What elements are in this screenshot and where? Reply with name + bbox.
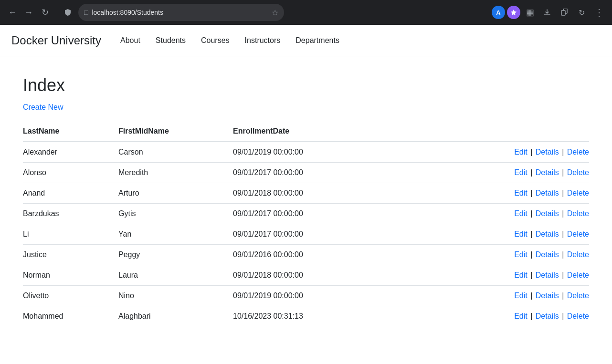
- col-header-firstname: FirstMidName: [118, 123, 233, 142]
- separator: |: [528, 209, 535, 218]
- cell-firstname: Gytis: [118, 204, 233, 224]
- edit-link[interactable]: Edit: [514, 312, 528, 320]
- nav-students[interactable]: Students: [148, 32, 193, 49]
- cell-lastname: Alexander: [23, 142, 118, 163]
- cell-firstname: Alaghbari: [118, 306, 233, 327]
- svg-marker-0: [511, 10, 517, 15]
- delete-link[interactable]: Delete: [567, 271, 589, 279]
- cell-firstname: Meredith: [118, 163, 233, 183]
- cell-firstname: Yan: [118, 224, 233, 245]
- cell-lastname: Li: [23, 224, 118, 245]
- delete-link[interactable]: Delete: [567, 148, 589, 156]
- cell-enrollmentdate: 09/01/2018 00:00:00: [233, 183, 357, 204]
- delete-link[interactable]: Delete: [567, 189, 589, 197]
- browser-chrome: ← → ↻ □ localhost:8090/Students ☆ A ▦ ↻ …: [0, 0, 612, 25]
- download-icon[interactable]: [539, 5, 555, 20]
- cell-actions: Edit | Details | Delete: [357, 286, 589, 306]
- create-new-link[interactable]: Create New: [23, 103, 63, 112]
- nav-instructors[interactable]: Instructors: [237, 32, 288, 49]
- extension-icon[interactable]: [507, 6, 520, 19]
- separator: |: [560, 312, 566, 320]
- nav-links: About Students Courses Instructors Depar…: [113, 32, 347, 49]
- separator: |: [528, 250, 535, 259]
- refresh-icon[interactable]: ↻: [574, 5, 589, 20]
- cell-firstname: Peggy: [118, 245, 233, 265]
- bookmark-icon[interactable]: ☆: [272, 8, 278, 17]
- navbar: Docker University About Students Courses…: [0, 25, 612, 56]
- url-text: localhost:8090/Students: [92, 9, 268, 16]
- table-header-row: LastName FirstMidName EnrollmentDate: [23, 123, 589, 142]
- edit-link[interactable]: Edit: [514, 168, 528, 177]
- separator: |: [560, 250, 566, 259]
- cell-enrollmentdate: 09/01/2019 00:00:00: [233, 286, 357, 306]
- cell-lastname: Mohammed: [23, 306, 118, 327]
- details-link[interactable]: Details: [536, 250, 559, 259]
- edit-link[interactable]: Edit: [514, 209, 528, 218]
- delete-link[interactable]: Delete: [567, 209, 589, 218]
- cell-enrollmentdate: 09/01/2018 00:00:00: [233, 265, 357, 286]
- table-row: MohammedAlaghbari10/16/2023 00:31:13Edit…: [23, 306, 589, 327]
- col-header-enrollmentdate: EnrollmentDate: [233, 123, 357, 142]
- reload-button[interactable]: ↻: [38, 6, 52, 19]
- profile-avatar[interactable]: A: [492, 6, 505, 19]
- cell-enrollmentdate: 09/01/2017 00:00:00: [233, 163, 357, 183]
- edit-link[interactable]: Edit: [514, 291, 528, 300]
- cell-firstname: Carson: [118, 142, 233, 163]
- cell-firstname: Nino: [118, 286, 233, 306]
- forward-button[interactable]: →: [22, 6, 35, 19]
- cell-firstname: Laura: [118, 265, 233, 286]
- separator: |: [528, 168, 535, 177]
- edit-link[interactable]: Edit: [514, 189, 528, 197]
- navbar-brand[interactable]: Docker University: [11, 34, 101, 47]
- details-link[interactable]: Details: [536, 312, 559, 320]
- table-row: OlivettoNino09/01/2019 00:00:00Edit | De…: [23, 286, 589, 306]
- browser-controls: ← → ↻: [6, 6, 52, 19]
- address-bar[interactable]: □ localhost:8090/Students ☆: [78, 4, 284, 21]
- cell-lastname: Olivetto: [23, 286, 118, 306]
- delete-link[interactable]: Delete: [567, 230, 589, 238]
- cell-actions: Edit | Details | Delete: [357, 265, 589, 286]
- cell-actions: Edit | Details | Delete: [357, 183, 589, 204]
- edit-link[interactable]: Edit: [514, 271, 528, 279]
- separator: |: [528, 230, 535, 238]
- edit-link[interactable]: Edit: [514, 230, 528, 238]
- cell-actions: Edit | Details | Delete: [357, 142, 589, 163]
- delete-link[interactable]: Delete: [567, 250, 589, 259]
- separator: |: [528, 189, 535, 197]
- nav-courses[interactable]: Courses: [193, 32, 237, 49]
- cell-firstname: Arturo: [118, 183, 233, 204]
- cell-lastname: Barzdukas: [23, 204, 118, 224]
- edit-link[interactable]: Edit: [514, 250, 528, 259]
- cell-actions: Edit | Details | Delete: [357, 224, 589, 245]
- table-row: NormanLaura09/01/2018 00:00:00Edit | Det…: [23, 265, 589, 286]
- separator: |: [560, 291, 566, 300]
- extensions-button[interactable]: ▦: [522, 5, 538, 20]
- cell-enrollmentdate: 09/01/2019 00:00:00: [233, 142, 357, 163]
- cell-enrollmentdate: 09/01/2017 00:00:00: [233, 204, 357, 224]
- details-link[interactable]: Details: [536, 168, 559, 177]
- delete-link[interactable]: Delete: [567, 168, 589, 177]
- separator: |: [528, 291, 535, 300]
- svg-rect-1: [561, 10, 565, 15]
- edit-link[interactable]: Edit: [514, 148, 528, 156]
- col-header-actions: [357, 123, 589, 142]
- nav-about[interactable]: About: [113, 32, 148, 49]
- cell-enrollmentdate: 09/01/2017 00:00:00: [233, 224, 357, 245]
- delete-link[interactable]: Delete: [567, 312, 589, 320]
- separator: |: [528, 271, 535, 279]
- main-content: Index Create New LastName FirstMidName E…: [0, 56, 612, 345]
- table-row: AlexanderCarson09/01/2019 00:00:00Edit |…: [23, 142, 589, 163]
- details-link[interactable]: Details: [536, 291, 559, 300]
- delete-link[interactable]: Delete: [567, 291, 589, 300]
- back-button[interactable]: ←: [6, 6, 19, 19]
- nav-departments[interactable]: Departments: [288, 32, 347, 49]
- details-link[interactable]: Details: [536, 271, 559, 279]
- share-icon[interactable]: [557, 5, 572, 20]
- details-link[interactable]: Details: [536, 209, 559, 218]
- separator: |: [528, 148, 535, 156]
- details-link[interactable]: Details: [536, 148, 559, 156]
- details-link[interactable]: Details: [536, 230, 559, 238]
- details-link[interactable]: Details: [536, 189, 559, 197]
- menu-button[interactable]: ⋮: [591, 5, 606, 20]
- table-row: AnandArturo09/01/2018 00:00:00Edit | Det…: [23, 183, 589, 204]
